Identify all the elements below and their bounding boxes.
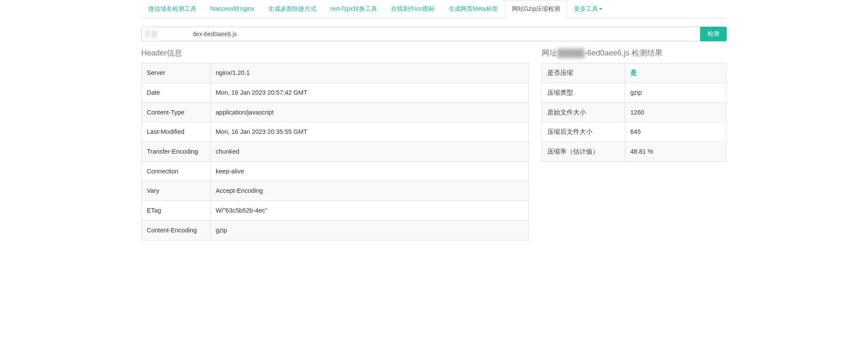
tab-6[interactable]: 网站Gzip压缩检测 (505, 0, 567, 18)
table-row: Last-ModifiedMon, 16 Jan 2023 20:35:55 G… (142, 122, 529, 142)
table-row: DateMon, 16 Jan 2023 20:57:42 GMT (142, 83, 529, 102)
tab-link[interactable]: 在线制作ico图标 (384, 0, 442, 18)
tool-tabs: 微信域名检测工具htaccess转nginx生成桌面快捷方式rem与px转换工具… (141, 0, 727, 18)
header-table: Servernginx/1.20.1DateMon, 16 Jan 2023 2… (141, 63, 529, 240)
result-value: 1260 (625, 102, 727, 122)
result-label: 是否压缩 (542, 63, 625, 83)
header-value: W/"63c5b52b-4ec" (211, 201, 529, 221)
table-row: Content-Encodinggzip (142, 220, 529, 240)
result-title: 网址█████-6ed0aee6.js 检测结果 (542, 48, 727, 59)
result-value: 48.81 % (625, 142, 727, 161)
tab-3[interactable]: rem与px转换工具 (323, 0, 384, 18)
header-value: application/javascript (211, 102, 529, 122)
header-key: Transfer-Encoding (142, 142, 211, 161)
tab-link[interactable]: htaccess转nginx (203, 0, 261, 18)
header-value: nginx/1.20.1 (211, 63, 529, 83)
tab-0[interactable]: 微信域名检测工具 (141, 0, 203, 18)
caret-down-icon (599, 8, 602, 10)
result-label: 压缩后文件大小 (542, 122, 625, 142)
table-row: ETagW/"63c5b52b-4ec" (142, 201, 529, 221)
result-label: 压缩率（估计值） (542, 142, 625, 161)
header-value: Mon, 16 Jan 2023 20:57:42 GMT (211, 83, 529, 102)
result-value: 645 (625, 122, 727, 142)
tab-link[interactable]: 更多工具 (567, 0, 609, 18)
result-value: gzip (625, 83, 727, 102)
tab-link[interactable]: 微信域名检测工具 (141, 0, 203, 18)
table-row: 压缩类型gzip (542, 83, 727, 102)
header-key: Date (142, 83, 211, 102)
table-row: 压缩率（估计值）48.81 % (542, 142, 727, 161)
header-key: Content-Type (142, 102, 211, 122)
header-value: gzip (211, 220, 529, 240)
tab-5[interactable]: 生成网页Meta标签 (442, 0, 505, 18)
header-key: Content-Encoding (142, 220, 211, 240)
header-key: Connection (142, 161, 211, 181)
header-value: keep-alive (211, 161, 529, 181)
table-row: VaryAccept-Encoding (142, 181, 529, 201)
table-row: 压缩后文件大小645 (542, 122, 727, 142)
header-key: Last-Modified (142, 122, 211, 142)
tab-7[interactable]: 更多工具 (567, 0, 609, 18)
result-table: 是否压缩是压缩类型gzip原始文件大小1260压缩后文件大小645压缩率（估计值… (542, 63, 727, 162)
table-row: Servernginx/1.20.1 (142, 63, 529, 83)
table-row: 是否压缩是 (542, 63, 727, 83)
table-row: 原始文件大小1260 (542, 102, 727, 122)
header-value: Mon, 16 Jan 2023 20:35:55 GMT (211, 122, 529, 142)
table-row: Content-Typeapplication/javascript (142, 102, 529, 122)
header-key: ETag (142, 201, 211, 221)
header-key: Vary (142, 181, 211, 201)
result-value: 是 (625, 63, 727, 83)
input-mask (146, 30, 193, 38)
tab-link[interactable]: rem与px转换工具 (323, 0, 384, 18)
header-value: Accept-Encoding (211, 181, 529, 201)
tab-link[interactable]: 网站Gzip压缩检测 (505, 0, 567, 18)
table-row: Connectionkeep-alive (142, 161, 529, 181)
url-input[interactable] (141, 27, 700, 41)
header-info-title: Header信息 (141, 48, 529, 59)
table-row: Transfer-Encodingchunked (142, 142, 529, 161)
header-value: chunked (211, 142, 529, 161)
submit-button[interactable]: 检测 (700, 27, 727, 41)
url-input-group: 检测 (141, 27, 727, 41)
result-label: 原始文件大小 (542, 102, 625, 122)
tab-1[interactable]: htaccess转nginx (203, 0, 261, 18)
tab-2[interactable]: 生成桌面快捷方式 (261, 0, 323, 18)
tab-link[interactable]: 生成桌面快捷方式 (261, 0, 323, 18)
header-key: Server (142, 63, 211, 83)
tab-4[interactable]: 在线制作ico图标 (384, 0, 442, 18)
result-label: 压缩类型 (542, 83, 625, 102)
tab-link[interactable]: 生成网页Meta标签 (442, 0, 505, 18)
